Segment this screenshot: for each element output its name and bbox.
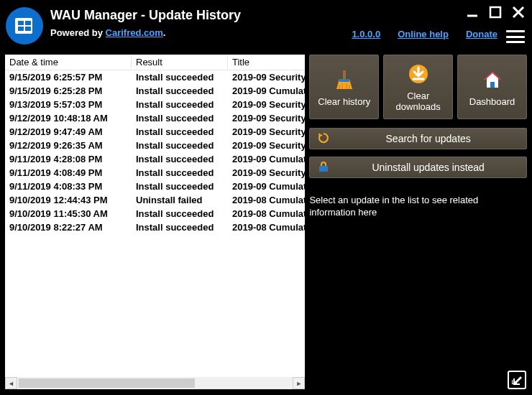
cell-result: Install succeeded (132, 98, 228, 111)
cell-title: 2019-09 Security Upda (228, 139, 305, 152)
cell-result: Install succeeded (132, 84, 228, 98)
table-row[interactable]: 9/15/2019 6:25:28 PMInstall succeeded201… (5, 84, 305, 98)
cell-title: 2019-09 Security Upda (228, 98, 305, 111)
dashboard-button[interactable]: Dashboard (457, 55, 527, 119)
svg-rect-9 (343, 70, 346, 79)
cell-result: Install succeeded (132, 180, 228, 193)
powered-by-label: Powered by (50, 27, 106, 38)
cell-result: Uninstall failed (132, 193, 228, 207)
info-text: Select an update in the list to see rela… (309, 194, 527, 218)
search-updates-button[interactable]: Search for updates (309, 128, 527, 149)
close-button[interactable] (510, 4, 526, 20)
header-links: 1.0.0.0 Online help Donate (352, 29, 497, 40)
cell-title: 2019-09 Security Upda (228, 111, 305, 125)
online-help-link[interactable]: Online help (398, 29, 449, 40)
version-link[interactable]: 1.0.0.0 (352, 29, 380, 40)
clear-downloads-button[interactable]: Clear downloads (383, 55, 453, 119)
table-body: 9/15/2019 6:25:57 PMInstall succeeded201… (5, 70, 305, 377)
svg-rect-17 (490, 82, 495, 88)
table-row[interactable]: 9/10/2019 8:22:27 AMInstall succeeded201… (5, 220, 305, 234)
cell-title: 2019-09 Cumulative Up (228, 180, 305, 193)
svg-rect-14 (339, 79, 349, 82)
cell-result: Install succeeded (132, 70, 228, 84)
svg-rect-3 (18, 27, 24, 31)
horizontal-scrollbar[interactable]: ◄ ► (5, 377, 305, 389)
svg-rect-2 (25, 21, 31, 25)
table-row[interactable]: 9/15/2019 6:25:57 PMInstall succeeded201… (5, 70, 305, 84)
powered-by: Powered by Carifred.com. (50, 27, 241, 38)
download-icon (408, 62, 429, 86)
cell-date: 9/11/2019 4:28:08 PM (5, 152, 132, 166)
cell-title: 2019-08 Cumulative Up (228, 193, 305, 207)
cell-title: 2019-09 Cumulative Up (228, 152, 305, 166)
titlebar: WAU Manager - Update History Powered by … (0, 0, 532, 45)
home-icon (482, 68, 503, 92)
donate-link[interactable]: Donate (466, 29, 497, 40)
cell-result: Install succeeded (132, 152, 228, 166)
cell-result: Install succeeded (132, 220, 228, 234)
cell-date: 9/10/2019 11:45:30 AM (5, 207, 132, 220)
table-row[interactable]: 9/10/2019 12:44:43 PMUninstall failed201… (5, 193, 305, 207)
col-date[interactable]: Date & time (5, 55, 132, 69)
table-row[interactable]: 9/11/2019 4:08:33 PMInstall succeeded201… (5, 180, 305, 193)
svg-rect-4 (25, 27, 31, 31)
cell-date: 9/15/2019 6:25:57 PM (5, 70, 132, 84)
cell-result: Install succeeded (132, 207, 228, 220)
svg-rect-1 (18, 21, 24, 25)
window-controls (464, 4, 526, 20)
menu-icon[interactable] (506, 29, 525, 45)
cell-date: 9/10/2019 12:44:43 PM (5, 193, 132, 207)
scroll-thumb[interactable] (19, 378, 195, 388)
powered-by-link[interactable]: Carifred.com (106, 27, 163, 38)
clear-downloads-label: Clear downloads (385, 90, 451, 112)
cell-result: Install succeeded (132, 166, 228, 180)
cell-date: 9/11/2019 4:08:49 PM (5, 166, 132, 180)
cell-result: Install succeeded (132, 125, 228, 139)
table-row[interactable]: 9/11/2019 4:28:08 PMInstall succeeded201… (5, 152, 305, 166)
side-panel: Clear history Clear downloads Dashboard … (308, 55, 527, 389)
cell-date: 9/12/2019 10:48:18 AM (5, 111, 132, 125)
svg-rect-0 (15, 18, 32, 34)
app-logo-icon (6, 7, 43, 45)
cell-date: 9/12/2019 9:47:49 AM (5, 125, 132, 139)
cell-title: 2019-09 Security Upda (228, 125, 305, 139)
uninstall-updates-button[interactable]: Uninstall updates instead (309, 157, 527, 178)
cell-title: 2019-09 Cumulative Up (228, 84, 305, 98)
table-header: Date & time Result Title (5, 55, 305, 70)
cell-date: 9/13/2019 5:57:03 PM (5, 98, 132, 111)
table-row[interactable]: 9/10/2019 11:45:30 AMInstall succeeded20… (5, 207, 305, 220)
clear-history-button[interactable]: Clear history (309, 55, 379, 119)
uninstall-updates-label: Uninstall updates instead (337, 162, 519, 173)
search-updates-label: Search for updates (337, 133, 519, 144)
svg-rect-18 (319, 166, 328, 172)
table-row[interactable]: 9/11/2019 4:08:49 PMInstall succeeded201… (5, 166, 305, 180)
maximize-button[interactable] (487, 4, 503, 20)
minimize-button[interactable] (464, 4, 480, 20)
scroll-left-icon[interactable]: ◄ (5, 377, 17, 389)
col-result[interactable]: Result (132, 55, 228, 69)
table-row[interactable]: 9/13/2019 5:57:03 PMInstall succeeded201… (5, 98, 305, 111)
cell-title: 2019-08 Cumulative Up (228, 220, 305, 234)
window-title: WAU Manager - Update History (50, 7, 241, 23)
table-row[interactable]: 9/12/2019 10:48:18 AMInstall succeeded20… (5, 111, 305, 125)
resize-handle[interactable] (508, 371, 526, 389)
powered-by-suffix: . (163, 27, 166, 38)
scroll-track[interactable] (17, 377, 293, 389)
table-row[interactable]: 9/12/2019 9:47:49 AMInstall succeeded201… (5, 125, 305, 139)
dashboard-label: Dashboard (469, 96, 515, 107)
svg-rect-6 (490, 7, 500, 17)
update-history-table[interactable]: Date & time Result Title 9/15/2019 6:25:… (5, 55, 305, 389)
refresh-icon (317, 131, 330, 147)
cell-date: 9/12/2019 9:26:35 AM (5, 139, 132, 152)
cell-date: 9/10/2019 8:22:27 AM (5, 220, 132, 234)
col-title[interactable]: Title (228, 55, 305, 69)
scroll-right-icon[interactable]: ► (293, 377, 305, 389)
cell-title: 2019-09 Security Upda (228, 166, 305, 180)
lock-icon (317, 160, 330, 175)
cell-result: Install succeeded (132, 139, 228, 152)
cell-title: 2019-08 Cumulative Up (228, 207, 305, 220)
cell-date: 9/11/2019 4:08:33 PM (5, 180, 132, 193)
cell-date: 9/15/2019 6:25:28 PM (5, 84, 132, 98)
broom-icon (334, 68, 355, 92)
table-row[interactable]: 9/12/2019 9:26:35 AMInstall succeeded201… (5, 139, 305, 152)
